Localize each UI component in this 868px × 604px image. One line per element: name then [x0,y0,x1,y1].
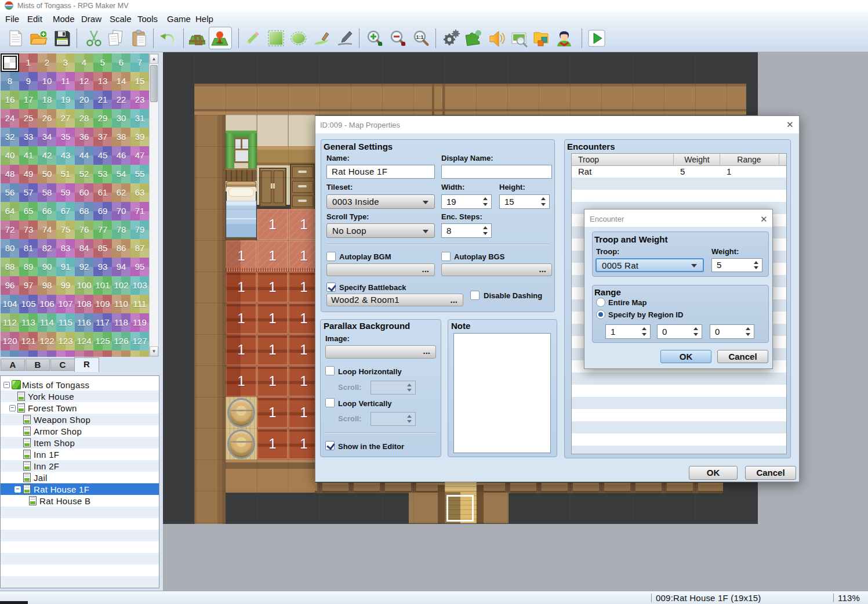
svg-text:1:1: 1:1 [416,34,423,40]
